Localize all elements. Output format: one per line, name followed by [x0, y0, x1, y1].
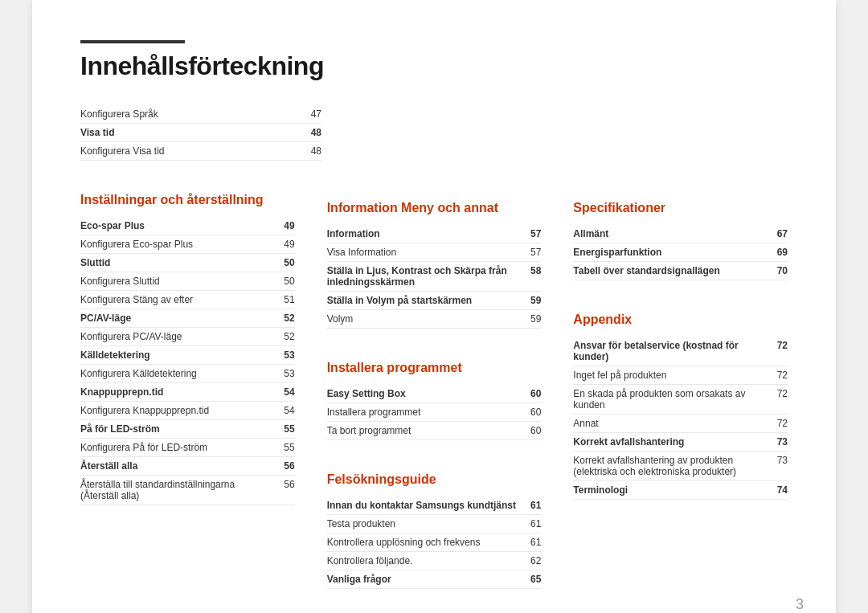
item-page: 73	[772, 455, 788, 466]
list-item: Återställa till standardinställningarna …	[80, 476, 295, 505]
list-item: Kontrollera följande.62	[327, 552, 542, 570]
section-header: Appendix	[573, 313, 788, 327]
item-page: 73	[772, 436, 788, 447]
item-label: Energisparfunktion	[573, 247, 772, 258]
item-label: Kontrollera upplösning och frekvens	[327, 537, 526, 548]
item-label: Eco-spar Plus	[80, 220, 279, 231]
item-label: På för LED-ström	[80, 423, 279, 435]
page-number: 3	[796, 596, 804, 613]
item-label: Korrekt avfallshantering av produkten (e…	[573, 455, 772, 477]
list-item: En skada på produkten som orsakats av ku…	[573, 385, 788, 415]
list-item: Terminologi74	[573, 481, 788, 500]
section-header: Specifikationer	[573, 201, 788, 215]
item-page: 55	[279, 442, 295, 453]
item-label: Allmänt	[573, 228, 772, 239]
list-item: Allmänt67	[573, 225, 788, 243]
list-item: Testa produkten61	[327, 515, 542, 533]
list-item: Visa Information57	[327, 243, 542, 262]
item-label: Ta bort programmet	[327, 425, 526, 436]
item-label: Sluttid	[80, 257, 279, 268]
item-page: 59	[525, 313, 541, 325]
list-item: Vanliga frågor65	[327, 570, 542, 589]
item-label: Konfigurera Sluttid	[80, 276, 279, 287]
list-item: Ta bort programmet60	[327, 422, 542, 440]
item-page: 60	[525, 407, 541, 418]
list-item: Eco-spar Plus49	[80, 217, 295, 235]
list-item: Information57	[327, 225, 542, 243]
list-item: Konfigurera Stäng av efter51	[80, 291, 295, 309]
item-page: 69	[772, 247, 788, 258]
list-item: Ställa in Volym på startskärmen59	[327, 292, 542, 310]
item-label: Innan du kontaktar Samsungs kundtjänst	[327, 500, 526, 511]
title-bar	[80, 40, 185, 43]
page-title: Innehållsförteckning	[80, 51, 788, 81]
item-page: 52	[279, 313, 295, 324]
item-page: 72	[772, 340, 788, 351]
item-page: 55	[279, 423, 295, 435]
page: Innehållsförteckning Konfigurera Språk 4…	[32, 0, 836, 613]
item-label: Konfigurera På för LED-ström	[80, 442, 279, 453]
list-item: Konfigurera Källdetektering53	[80, 365, 295, 383]
item-label: Konfigurera Källdetektering	[80, 368, 279, 379]
col3-sections: SpecifikationerAllmänt67Energisparfunkti…	[573, 177, 788, 500]
item-label: PC/AV-läge	[80, 313, 279, 324]
item-page: 60	[525, 425, 541, 436]
list-item: Ställa in Ljus, Kontrast och Skärpa från…	[327, 262, 542, 292]
list-item: Korrekt avfallshantering73	[573, 433, 788, 452]
item-label: Visa Information	[327, 247, 526, 258]
item-label: Källdetektering	[80, 349, 279, 361]
item-label: Installera programmet	[327, 407, 526, 418]
list-item: Återställ alla56	[80, 457, 295, 476]
list-item: Inget fel på produkten72	[573, 366, 788, 385]
item-label: Vanliga frågor	[327, 574, 526, 585]
item-page: 51	[279, 294, 295, 305]
section-header: Information Meny och annat	[327, 201, 542, 215]
item-page: 49	[279, 239, 295, 250]
section-header: Felsökningsguide	[327, 472, 542, 487]
list-item: Konfigurera Knappupprepn.tid54	[80, 402, 295, 420]
item-page: 58	[525, 265, 541, 276]
item-page: 72	[772, 418, 788, 429]
item-label: Testa produkten	[327, 518, 526, 529]
list-item: Innan du kontaktar Samsungs kundtjänst61	[327, 497, 542, 515]
item-label: Konfigurera Knappupprepn.tid	[80, 405, 279, 416]
item-page: 54	[279, 405, 295, 416]
col-specs: SpecifikationerAllmänt67Energisparfunkti…	[573, 177, 788, 589]
item-page: 67	[772, 228, 788, 239]
top-items: Konfigurera Språk 47 Visa tid 48 Konfigu…	[80, 105, 788, 161]
item-label: Ansvar för betalservice (kostnad för kun…	[573, 340, 772, 362]
col1-items: Eco-spar Plus49Konfigurera Eco-spar Plus…	[80, 217, 295, 505]
item-label: Korrekt avfallshantering	[573, 436, 772, 447]
list-item: Easy Setting Box60	[327, 385, 542, 403]
item-label: Konfigurera PC/AV-läge	[80, 331, 279, 342]
list-item: Konfigurera Visa tid 48	[80, 142, 321, 161]
item-label: Knappupprepn.tid	[80, 386, 279, 398]
list-item: Knappupprepn.tid54	[80, 383, 295, 402]
item-page: 59	[525, 295, 541, 306]
item-page: 61	[525, 537, 541, 548]
list-item: Visa tid 48	[80, 124, 321, 142]
item-page: 70	[772, 265, 788, 276]
item-label: Volym	[327, 313, 526, 325]
list-item: Sluttid50	[80, 254, 295, 272]
item-page: 56	[279, 460, 295, 472]
item-label: Inget fel på produkten	[573, 370, 772, 381]
item-label: Konfigurera Eco-spar Plus	[80, 239, 279, 250]
item-label: Information	[327, 228, 526, 239]
item-page: 53	[279, 368, 295, 379]
item-label: Ställa in Ljus, Kontrast och Skärpa från…	[327, 265, 526, 288]
item-page: 57	[525, 247, 541, 258]
item-label: Konfigurera Stäng av efter	[80, 294, 279, 305]
item-label: Annat	[573, 418, 772, 429]
section-header-settings: Inställningar och återställning	[80, 193, 295, 207]
col-settings: Inställningar och återställning Eco-spar…	[80, 177, 295, 589]
item-label: Ställa in Volym på startskärmen	[327, 295, 526, 306]
item-label: Kontrollera följande.	[327, 555, 526, 566]
section-header: Installera programmet	[327, 361, 542, 375]
item-page: 49	[279, 220, 295, 231]
col2-sections: Information Meny och annatInformation57V…	[327, 177, 542, 589]
item-page: 61	[525, 500, 541, 511]
item-page: 65	[525, 574, 541, 585]
col-info: Information Meny och annatInformation57V…	[327, 177, 542, 589]
list-item: Annat72	[573, 415, 788, 433]
